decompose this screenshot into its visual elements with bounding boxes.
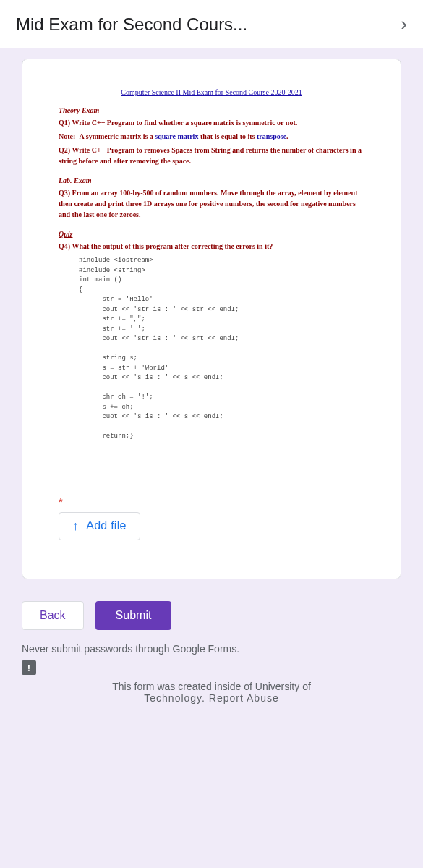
question-card: Computer Science II Mid Exam for Second … <box>22 59 401 579</box>
add-file-button[interactable]: ↑ Add file <box>59 512 140 540</box>
password-warning: Never submit passwords through Google Fo… <box>0 643 423 655</box>
add-file-label: Add file <box>86 519 126 532</box>
upload-icon: ↑ <box>72 519 79 534</box>
section-lab: Lab. Exam <box>59 176 364 184</box>
alert-icon[interactable]: ! <box>22 660 36 675</box>
section-quiz: Quiz <box>59 230 364 238</box>
submit-button[interactable]: Submit <box>95 601 172 630</box>
page-title: Mid Exam for Second Cours... <box>16 14 247 35</box>
form-origin-cutoff: Technology. Report Abuse <box>0 692 423 704</box>
question-2: Q2) Write C++ Program to removes Spaces … <box>59 145 364 166</box>
question-1: Q1) Write C++ Program to find whether a … <box>59 117 364 128</box>
document-title: Computer Science II Mid Exam for Second … <box>59 88 364 96</box>
required-marker: * <box>59 495 364 508</box>
code-block: #include <iostream> #include <string> in… <box>79 256 364 442</box>
back-button[interactable]: Back <box>22 601 84 630</box>
question-1-note: Note:- A symmetric matrix is a square ma… <box>59 131 364 142</box>
chevron-right-icon[interactable]: › <box>401 13 407 35</box>
question-3: Q3) From an array 100-by-500 of random n… <box>59 187 364 220</box>
section-theory: Theory Exam <box>59 106 364 114</box>
question-4: Q4) What the output of this program afte… <box>59 241 364 252</box>
form-origin: This form was created inside of Universi… <box>0 676 423 692</box>
